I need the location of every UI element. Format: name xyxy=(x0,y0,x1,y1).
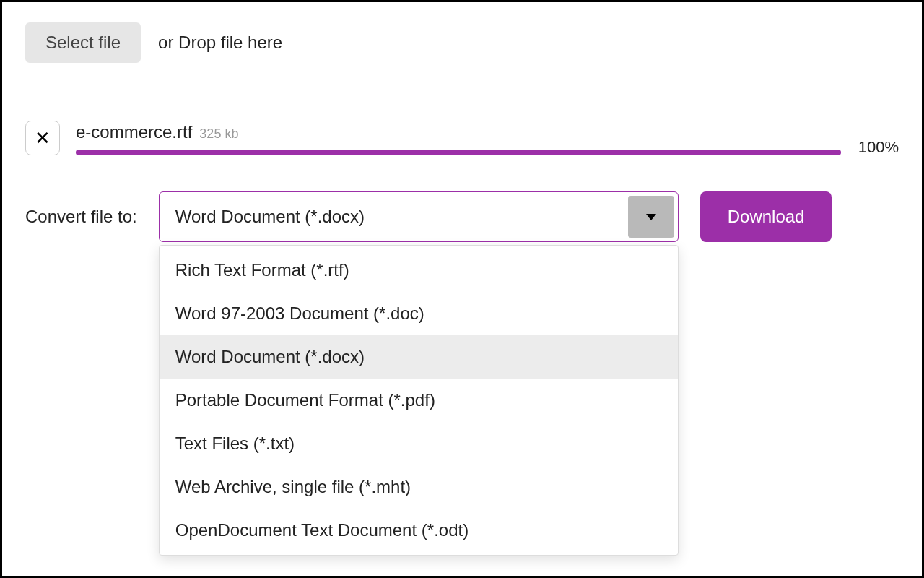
app-frame: Select file or Drop file here ✕ e-commer… xyxy=(0,0,924,578)
format-option[interactable]: Word Document (*.docx) xyxy=(160,335,678,379)
remove-file-button[interactable]: ✕ xyxy=(25,121,60,155)
format-select-wrap: Word Document (*.docx) Rich Text Format … xyxy=(159,191,679,242)
select-file-button[interactable]: Select file xyxy=(25,22,141,63)
file-info: e-commerce.rtf 325 kb 100% xyxy=(76,121,899,157)
file-name-row: e-commerce.rtf 325 kb xyxy=(76,122,841,142)
drop-file-hint: or Drop file here xyxy=(158,33,282,53)
upload-progress-percent: 100% xyxy=(858,138,899,157)
format-select-value: Word Document (*.docx) xyxy=(160,192,624,241)
format-option[interactable]: Portable Document Format (*.pdf) xyxy=(160,379,678,422)
format-option[interactable]: Rich Text Format (*.rtf) xyxy=(160,249,678,292)
file-entry: ✕ e-commerce.rtf 325 kb 100% xyxy=(25,121,899,157)
upload-row: Select file or Drop file here xyxy=(25,22,899,63)
download-button[interactable]: Download xyxy=(700,191,832,242)
format-option[interactable]: Web Archive, single file (*.mht) xyxy=(160,465,678,509)
upload-progress-bar xyxy=(76,150,841,155)
close-icon: ✕ xyxy=(35,129,51,147)
format-option[interactable]: Word 97-2003 Document (*.doc) xyxy=(160,292,678,335)
convert-row: Convert file to: Word Document (*.docx) … xyxy=(25,191,899,242)
format-select-toggle[interactable] xyxy=(628,196,674,238)
chevron-down-icon xyxy=(646,214,656,220)
format-option[interactable]: Text Files (*.txt) xyxy=(160,422,678,465)
convert-label: Convert file to: xyxy=(25,207,137,227)
file-name: e-commerce.rtf xyxy=(76,122,192,142)
file-size: 325 kb xyxy=(199,126,238,142)
file-main: e-commerce.rtf 325 kb xyxy=(76,122,841,155)
format-option[interactable]: OpenDocument Text Document (*.odt) xyxy=(160,509,678,552)
format-select[interactable]: Word Document (*.docx) xyxy=(159,191,679,242)
format-dropdown: Rich Text Format (*.rtf) Word 97-2003 Do… xyxy=(159,245,679,556)
